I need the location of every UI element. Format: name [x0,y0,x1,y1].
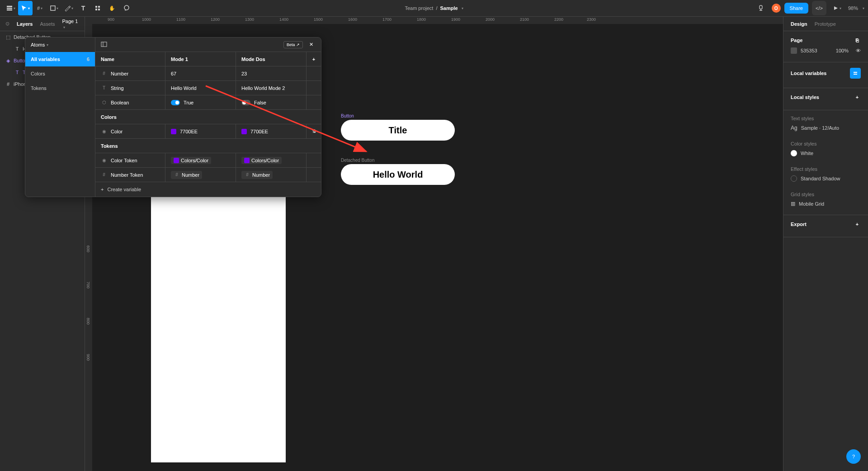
local-styles-label: Local styles [791,94,819,100]
project-breadcrumb[interactable]: Team project [405,5,433,11]
hand-tool[interactable]: ✋ [105,1,119,15]
resources-tool[interactable] [90,1,105,15]
svg-rect-0 [7,6,12,7]
detached-button[interactable]: Hello World [341,164,455,185]
effect-style-shadow[interactable]: Standard Shadow [791,175,861,182]
svg-rect-9 [854,72,857,73]
visibility-icon[interactable]: 👁 [856,48,861,53]
dev-mode-button[interactable]: </> [812,1,826,15]
svg-rect-2 [7,9,12,10]
instance-icon: ⬚ [5,34,11,40]
all-variables-item[interactable]: All variables6 [25,52,95,66]
bg-opacity[interactable]: 100% [836,48,849,53]
component-icon: ◈ [5,58,11,63]
variable-row-number[interactable]: #Number 67 23 [95,66,321,81]
help-button[interactable]: ? [846,449,861,464]
design-panel: Design Prototype Page⎘ 535353100%👁 Local… [783,17,868,471]
variable-row-number-token[interactable]: #Number Token #Number #Number [95,168,321,182]
file-name[interactable]: Sample [440,5,458,11]
add-mode-button[interactable]: + [307,52,321,66]
color-style-white[interactable]: White [791,150,861,156]
mode1-column-header[interactable]: Mode 1 [165,52,236,66]
page-selector[interactable]: Page 1 ▾ [62,19,80,29]
svg-rect-7 [98,9,100,10]
button-component-label[interactable]: Button [341,113,354,118]
export-page-icon[interactable]: ⎘ [854,37,861,44]
text-icon: T [14,46,20,52]
main-menu-button[interactable]: ▾ [4,1,18,15]
plus-icon: + [101,187,104,192]
svg-rect-4 [95,6,97,8]
variables-button[interactable] [850,68,861,79]
comment-tool[interactable] [119,1,134,15]
beta-badge: Beta ↗ [283,41,303,48]
file-chevron-icon[interactable]: ▾ [462,6,463,10]
tokens-group-item[interactable]: Tokens [25,81,95,95]
zoom-level[interactable]: 98% [848,5,858,11]
horizontal-ruler: 900 1000 1100 1200 1300 1400 1500 1600 1… [85,17,783,24]
bg-hex[interactable]: 535353 [801,48,817,53]
number-type-icon: # [101,71,107,77]
grid-icon: ▥ [791,201,795,207]
prototype-tab[interactable]: Prototype [815,21,836,27]
collection-selector[interactable]: Atoms▾ [25,38,95,52]
chevron-down-icon: ▾ [14,6,15,10]
scope-icon[interactable]: ⇅ [307,124,321,138]
top-toolbar: ▾ ▾ #▾ ▾ ▾ T ✋ Team project / Sample ▾ O… [0,0,868,17]
grid-styles-label: Grid styles [791,192,814,197]
toggle-off[interactable] [241,100,250,105]
variable-row-color-token[interactable]: ◉Color Token Colors/Color Colors/Color [95,153,321,168]
name-column-header: Name [95,52,165,66]
bg-swatch[interactable] [791,47,797,54]
move-tool[interactable]: ▾ [18,1,33,15]
add-export-icon[interactable]: + [854,221,861,228]
detached-button-label[interactable]: Detached Button [341,158,375,163]
svg-rect-3 [51,6,55,10]
variables-modal: Atoms▾ All variables6 Colors Tokens Beta… [25,37,321,197]
button-component[interactable]: Title [341,120,455,141]
toggle-on[interactable] [171,100,180,105]
number-type-icon: # [101,172,107,178]
color-type-icon: ◉ [101,157,107,164]
variable-row-color[interactable]: ◉Color 7700EE 7700EE ⇅ [95,124,321,139]
audio-button[interactable] [754,1,768,15]
effect-styles-label: Effect styles [791,166,817,172]
variable-row-string[interactable]: TString Hello World Hello World Mode 2 [95,81,321,95]
text-styles-label: Text styles [791,116,814,121]
boolean-type-icon: ⬡ [101,99,107,106]
page-section-label: Page [791,38,802,43]
pen-tool[interactable]: ▾ [61,1,76,15]
frame-icon: # [5,81,11,87]
design-tab[interactable]: Design [791,21,807,27]
rectangle-tool[interactable]: ▾ [47,1,61,15]
svg-rect-10 [854,74,857,75]
colors-group-item[interactable]: Colors [25,66,95,81]
colors-section-header: Colors [95,110,321,124]
search-icon[interactable]: ⊙ [5,21,9,27]
assets-tab[interactable]: Assets [40,21,55,27]
text-icon: T [14,70,20,75]
string-type-icon: T [101,85,107,91]
variable-row-boolean[interactable]: ⬡Boolean True False [95,95,321,110]
svg-rect-5 [98,6,100,8]
present-button[interactable]: ▾ [830,1,844,15]
color-styles-label: Color styles [791,141,816,146]
user-avatar[interactable]: O [772,4,781,13]
color-type-icon: ◉ [101,128,107,135]
svg-rect-1 [7,8,12,9]
svg-rect-11 [101,42,107,47]
layers-tab[interactable]: Layers [17,21,33,27]
close-modal-button[interactable]: ✕ [307,40,316,49]
mode2-column-header[interactable]: Mode Dos [236,52,307,66]
tokens-section-header: Tokens [95,139,321,153]
text-style-sample[interactable]: AgSample · 12/Auto [791,125,861,131]
share-button[interactable]: Share [784,3,808,14]
frame-tool[interactable]: #▾ [33,1,47,15]
local-variables-label: Local variables [791,71,827,76]
add-style-icon[interactable]: + [854,94,861,101]
grid-style-mobile[interactable]: ▥Mobile Grid [791,201,861,207]
sidebar-toggle-icon[interactable] [101,41,107,48]
create-variable-button[interactable]: +Create variable [95,182,321,197]
svg-point-8 [124,5,129,10]
text-tool[interactable]: T [76,1,90,15]
